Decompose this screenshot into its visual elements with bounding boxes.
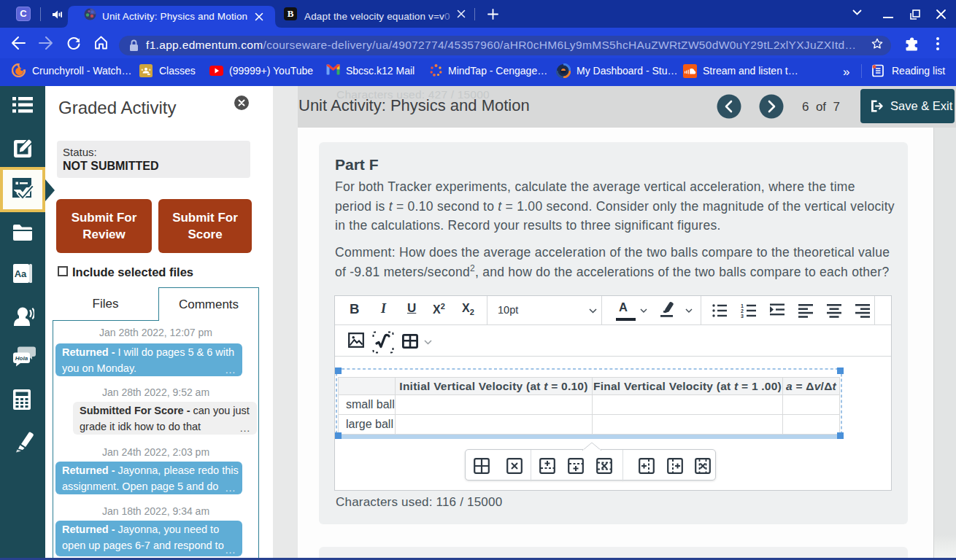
svg-text:3: 3 [741,314,744,319]
svg-text:1: 1 [741,303,744,308]
svg-text:Aa: Aa [15,268,27,279]
svg-text:Hola: Hola [15,355,28,362]
svg-text:2: 2 [741,308,744,314]
